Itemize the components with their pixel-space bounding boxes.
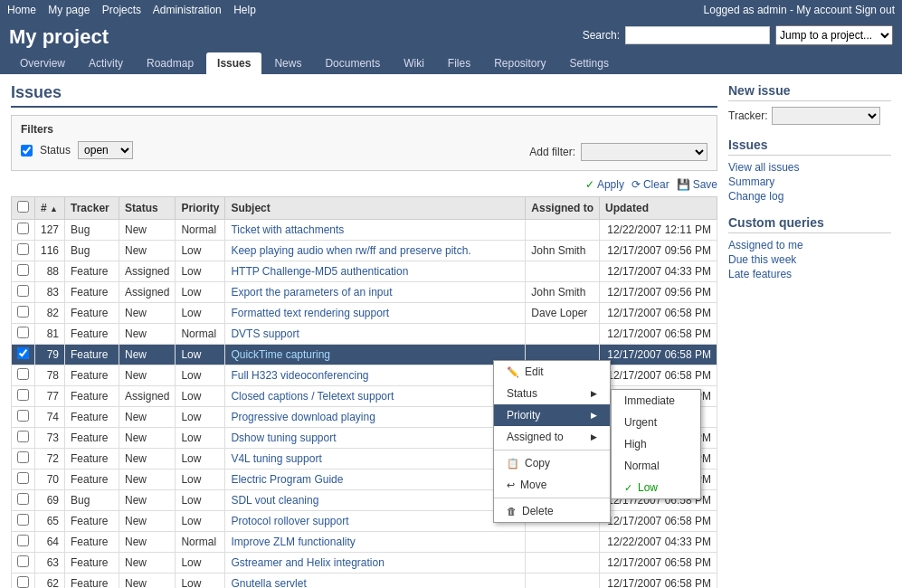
issue-link[interactable]: SDL vout cleaning (231, 494, 318, 507)
col-subject-header[interactable]: Subject (225, 197, 526, 220)
context-menu-move[interactable]: ↩ Move (494, 474, 610, 496)
summary-link[interactable]: Summary (728, 175, 891, 188)
context-menu-edit[interactable]: ✏️ Edit (494, 361, 610, 383)
issue-link[interactable]: Protocol rollover support (231, 515, 348, 527)
priority-low-label: Low (638, 481, 658, 494)
issue-link[interactable]: Ticket with attachments (231, 223, 344, 236)
issue-link[interactable]: Progressive download playing (231, 411, 375, 423)
tab-issues[interactable]: Issues (206, 52, 261, 74)
row-checkbox[interactable] (17, 493, 29, 505)
row-checkbox[interactable] (17, 410, 29, 422)
issue-link[interactable]: Improve ZLM functionality (231, 536, 355, 548)
row-checkbox[interactable] (17, 535, 29, 546)
save-button[interactable]: 💾 Save (677, 178, 717, 191)
select-all-checkbox[interactable] (17, 201, 29, 213)
row-checkbox[interactable] (17, 368, 29, 380)
tab-news[interactable]: News (263, 52, 312, 74)
priority-immediate[interactable]: Immediate (612, 390, 700, 412)
issue-link[interactable]: V4L tuning support (231, 452, 321, 465)
apply-button[interactable]: ✓ Apply (585, 178, 624, 191)
issue-link[interactable]: Closed captions / Teletext support (231, 390, 394, 403)
add-filter-select[interactable] (581, 143, 707, 161)
late-features-link[interactable]: Late features (728, 268, 891, 280)
status-filter-select[interactable]: open closed any (78, 141, 133, 159)
col-status-header[interactable]: Status (119, 197, 176, 220)
nav-projects[interactable]: Projects (102, 4, 141, 16)
change-log-link[interactable]: Change log (728, 190, 891, 203)
context-menu-assigned[interactable]: Assigned to ▶ (494, 426, 610, 448)
row-checkbox[interactable] (17, 472, 29, 484)
row-checkbox[interactable] (17, 389, 29, 401)
issue-link[interactable]: Full H323 videoconferencing (231, 369, 368, 382)
col-updated-header[interactable]: Updated (600, 197, 717, 220)
tab-files[interactable]: Files (437, 52, 481, 74)
row-checkbox[interactable] (17, 223, 29, 234)
row-checkbox[interactable] (17, 264, 29, 276)
row-checkbox[interactable] (17, 514, 29, 526)
context-menu-copy[interactable]: 📋 Copy (494, 452, 610, 474)
row-checkbox[interactable] (17, 555, 29, 567)
priority-high[interactable]: High (612, 433, 700, 455)
tab-activity[interactable]: Activity (78, 52, 134, 74)
issue-link[interactable]: Keep playing audio when rw/ff and preser… (231, 244, 470, 257)
row-priority: Low (176, 365, 225, 386)
search-label: Search: (583, 29, 620, 42)
row-id: 63 (35, 553, 65, 574)
issue-link[interactable]: DVTS support (231, 327, 299, 340)
issue-link[interactable]: Electric Program Guide (231, 473, 343, 486)
jump-to-project-select[interactable]: Jump to a project... (775, 25, 893, 45)
row-checkbox[interactable] (17, 576, 29, 588)
priority-arrow-icon: ▶ (591, 411, 597, 420)
nav-home[interactable]: Home (7, 4, 36, 16)
row-checkbox[interactable] (17, 451, 29, 463)
tab-overview[interactable]: Overview (9, 52, 76, 74)
search-input[interactable] (625, 26, 770, 44)
context-menu-status[interactable]: Status ▶ (494, 383, 610, 404)
priority-normal[interactable]: Normal (612, 455, 700, 477)
context-menu-delete[interactable]: 🗑 Delete (494, 500, 610, 522)
row-assigned: John Smith (526, 282, 600, 303)
col-id-header[interactable]: # ▲ (35, 197, 65, 220)
issue-link[interactable]: Gstreamer and Helix integration (231, 556, 384, 569)
row-checkbox[interactable] (17, 347, 29, 359)
status-filter-checkbox[interactable] (21, 145, 33, 156)
row-status: New (119, 324, 176, 345)
tracker-select[interactable]: Bug Feature Support (772, 107, 880, 125)
issue-link[interactable]: Gnutella servlet (231, 577, 306, 588)
row-subject: Closed captions / Teletext support (225, 386, 526, 407)
issue-link[interactable]: Export the parameters of an input (231, 286, 392, 299)
issue-link[interactable]: Formatted text rendering support (231, 307, 389, 319)
nav-mypage[interactable]: My page (48, 4, 90, 16)
issue-link[interactable]: HTTP Challenge-MD5 authentication (231, 265, 408, 278)
row-checkbox[interactable] (17, 243, 29, 255)
nav-administration[interactable]: Administration (153, 4, 222, 16)
row-checkbox[interactable] (17, 306, 29, 318)
priority-low[interactable]: ✓ Low (612, 477, 700, 498)
col-tracker-header[interactable]: Tracker (65, 197, 119, 220)
tab-documents[interactable]: Documents (314, 52, 391, 74)
col-assigned-header[interactable]: Assigned to (526, 197, 600, 220)
tab-wiki[interactable]: Wiki (393, 52, 435, 74)
table-row: 65 Feature New Low Protocol rollover sup… (12, 511, 717, 532)
tab-repository[interactable]: Repository (483, 52, 556, 74)
row-subject: Ticket with attachments (225, 220, 526, 241)
priority-immediate-label: Immediate (624, 394, 675, 407)
context-menu-priority[interactable]: Priority ▶ (494, 404, 610, 426)
row-checkbox[interactable] (17, 431, 29, 442)
row-tracker: Feature (65, 345, 119, 365)
nav-help[interactable]: Help (233, 4, 256, 16)
view-all-issues-link[interactable]: View all issues (728, 161, 891, 174)
col-priority-header[interactable]: Priority (176, 197, 225, 220)
tab-settings[interactable]: Settings (559, 52, 620, 74)
clear-button[interactable]: ⟳ Clear (631, 178, 669, 191)
priority-urgent[interactable]: Urgent (612, 412, 700, 433)
status-filter-row: Status open closed any (21, 141, 133, 159)
assigned-to-me-link[interactable]: Assigned to me (728, 239, 891, 251)
issue-link[interactable]: Dshow tuning support (231, 432, 336, 444)
table-row: 88 Feature Assigned Low HTTP Challenge-M… (12, 261, 717, 282)
row-checkbox[interactable] (17, 285, 29, 297)
row-checkbox[interactable] (17, 327, 29, 338)
due-this-week-link[interactable]: Due this week (728, 253, 891, 266)
issue-link[interactable]: QuickTime capturing (231, 348, 330, 361)
tab-roadmap[interactable]: Roadmap (136, 52, 204, 74)
